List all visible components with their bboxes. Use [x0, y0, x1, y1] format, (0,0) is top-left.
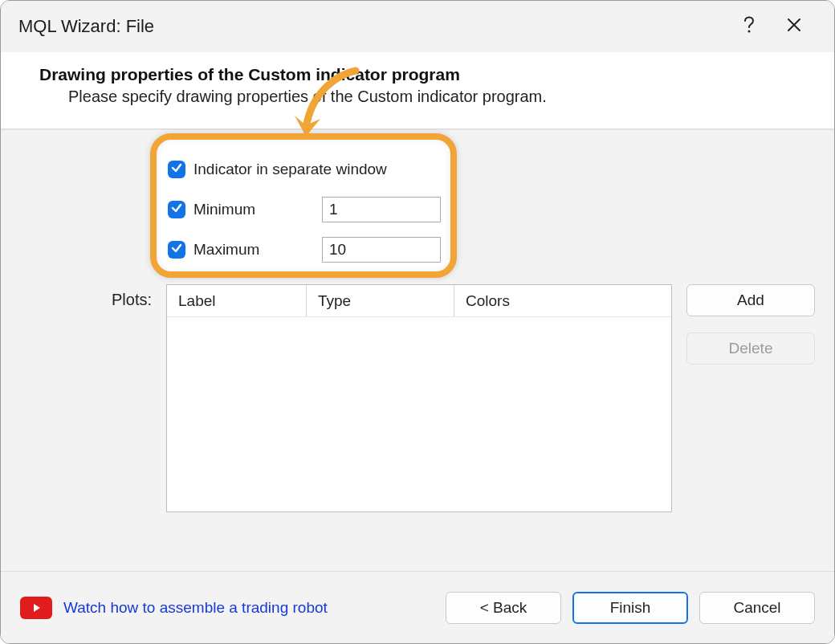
minimum-checkbox[interactable]	[168, 201, 185, 218]
minimum-input[interactable]	[322, 197, 441, 222]
help-icon	[743, 16, 755, 37]
close-icon	[787, 18, 801, 35]
column-header-label[interactable]: Label	[167, 285, 307, 316]
header-band: Drawing properties of the Custom indicat…	[1, 52, 834, 129]
add-button[interactable]: Add	[686, 284, 815, 316]
minimum-row: Minimum	[168, 190, 441, 230]
content-area: Indicator in separate window Minimum Max…	[1, 129, 834, 571]
checkmark-icon	[171, 202, 182, 217]
wizard-window: MQL Wizard: File Drawing properties of t…	[0, 0, 835, 644]
checkmark-icon	[171, 243, 182, 257]
page-subtitle: Please specify drawing properties of the…	[39, 88, 834, 106]
maximum-row: Maximum	[168, 230, 441, 270]
help-video-link[interactable]: Watch how to assemble a trading robot	[63, 599, 328, 617]
youtube-icon[interactable]	[20, 597, 52, 619]
minimum-label: Minimum	[193, 201, 255, 218]
footer-bar: Watch how to assemble a trading robot < …	[1, 571, 834, 643]
window-title: MQL Wizard: File	[18, 16, 154, 37]
delete-button: Delete	[686, 332, 815, 365]
maximum-label: Maximum	[193, 241, 259, 259]
back-button[interactable]: < Back	[446, 592, 561, 624]
plots-table[interactable]: Label Type Colors	[166, 284, 672, 512]
column-header-colors[interactable]: Colors	[454, 285, 671, 316]
maximum-checkbox[interactable]	[168, 241, 185, 259]
cancel-button[interactable]: Cancel	[699, 592, 815, 624]
close-button[interactable]	[772, 10, 817, 43]
page-title: Drawing properties of the Custom indicat…	[39, 65, 834, 84]
column-header-type[interactable]: Type	[307, 285, 454, 316]
checkmark-icon	[171, 162, 182, 177]
separate-window-label: Indicator in separate window	[193, 161, 387, 178]
titlebar: MQL Wizard: File	[1, 1, 834, 52]
plots-label: Plots:	[112, 291, 152, 309]
plots-side-buttons: Add Delete	[686, 284, 815, 365]
plots-header: Label Type Colors	[167, 285, 671, 317]
help-button[interactable]	[727, 10, 772, 43]
separate-window-row: Indicator in separate window	[168, 149, 441, 190]
svg-point-0	[748, 30, 751, 32]
maximum-input[interactable]	[322, 237, 441, 263]
finish-button[interactable]: Finish	[572, 592, 688, 624]
separate-window-checkbox[interactable]	[168, 161, 185, 178]
indicator-properties: Indicator in separate window Minimum Max…	[168, 149, 441, 270]
